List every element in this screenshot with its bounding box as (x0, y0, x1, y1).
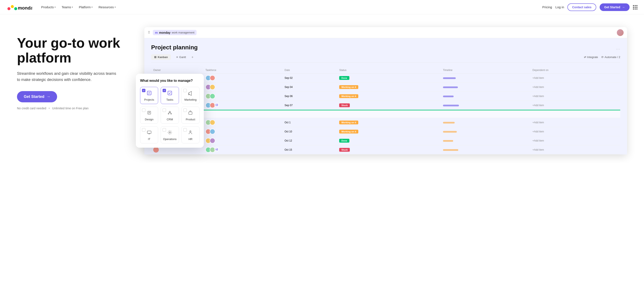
nav-platform[interactable]: Platform ▾ (77, 3, 95, 10)
it-label: IT (148, 138, 150, 141)
arrow-icon: → (46, 95, 50, 99)
more-options-icon[interactable]: ··· (616, 47, 620, 51)
hero-subtitle: Streamline workflows and gain clear visi… (17, 71, 119, 83)
chevron-down-icon: ▾ (54, 6, 56, 8)
toolbar-right: ⇄ Integrate ⟳ Automate / 2 (584, 55, 620, 59)
col-header-dependent: Dependent on (530, 67, 620, 74)
checkbox-tasks (162, 89, 166, 92)
integrate-button[interactable]: ⇄ Integrate (584, 55, 598, 59)
modal-item-hr[interactable]: HR (182, 126, 200, 143)
automate-icon: ⟳ (601, 55, 604, 59)
projects-label: Projects (144, 98, 154, 101)
grid-apps-icon[interactable] (633, 5, 637, 9)
crm-label: CRM (166, 118, 173, 121)
svg-point-0 (8, 7, 10, 10)
col-header-status: Status (337, 67, 441, 74)
navbar: monday .com Products ▾ Teams ▾ Platform … (0, 0, 644, 14)
chevron-down-icon: ▾ (72, 6, 73, 8)
nav-left: monday .com Products ▾ Teams ▾ Platform … (7, 3, 118, 11)
nav-links: Products ▾ Teams ▾ Platform ▾ Resources … (39, 3, 118, 10)
marketing-label: Marketing (184, 98, 196, 101)
svg-point-10 (188, 94, 189, 95)
svg-rect-19 (147, 131, 151, 134)
col-header-taskforce: Taskforce (203, 67, 282, 74)
checkbox-it (142, 128, 146, 132)
nav-resources[interactable]: Resources ▾ (96, 3, 118, 10)
nav-login[interactable]: Log in (556, 5, 564, 9)
projects-icon (147, 91, 152, 97)
svg-point-22 (169, 132, 170, 133)
marketing-icon (188, 91, 193, 97)
svg-point-23 (190, 131, 191, 132)
app-grid-icon: ⠿ (148, 30, 150, 34)
hr-icon (188, 130, 193, 136)
nav-right: Pricing Log in Contact sales Get Started… (542, 3, 637, 11)
app-content: Project planning ··· ⊞ Kanban ≡ Gantt + (144, 38, 627, 154)
design-icon (147, 110, 152, 117)
table-row: +2 Sep 07 Stuck +Add item (151, 101, 620, 110)
modal-item-operations[interactable]: Operations (161, 126, 179, 143)
col-header-timeline: Timeline (441, 67, 530, 74)
tab-kanban[interactable]: ⊞ Kanban (151, 54, 171, 60)
kanban-icon: ⊞ (154, 55, 156, 59)
manage-modal: What would you like to manage? Projects (136, 74, 204, 148)
app-toolbar: ⊞ Kanban ≡ Gantt + ⇄ Integrate (151, 54, 620, 63)
table-row: Oct 10 Working on it +Add item (151, 127, 620, 136)
contact-sales-button[interactable]: Contact sales (567, 3, 596, 11)
checkbox-crm (162, 109, 166, 112)
monday-app-icon: m (155, 31, 158, 34)
hero-left: Your go-to work platform Streamline work… (17, 31, 136, 110)
checkbox-product (184, 109, 187, 112)
product-icon (188, 110, 193, 117)
integrate-icon: ⇄ (584, 55, 586, 59)
app-topbar: ⠿ m monday work management (144, 27, 627, 38)
design-label: Design (145, 118, 153, 121)
modal-item-design[interactable]: Design (140, 107, 158, 124)
modal-item-it[interactable]: IT (140, 126, 158, 143)
checkbox-projects (142, 89, 146, 92)
logo[interactable]: monday .com (7, 3, 32, 11)
modal-item-product[interactable]: Product (182, 107, 200, 124)
modal-item-tasks[interactable]: Tasks (161, 87, 179, 104)
add-view-button[interactable]: + (192, 55, 193, 59)
svg-rect-18 (189, 112, 192, 114)
nav-teams[interactable]: Teams ▾ (60, 3, 75, 10)
checkbox-hr (184, 128, 187, 132)
svg-point-17 (171, 113, 172, 114)
nav-products[interactable]: Products ▾ (39, 3, 58, 10)
modal-item-marketing[interactable]: Marketing (182, 87, 200, 104)
checkbox-design (142, 109, 146, 112)
table-row: Oct 1 Working on it +Add item (151, 118, 620, 127)
arrow-icon: → (622, 5, 625, 9)
app-page-title: Project planning (151, 44, 198, 51)
nav-pricing[interactable]: Pricing (542, 5, 552, 9)
automate-button[interactable]: ⟳ Automate / 2 (601, 55, 620, 59)
project-table: Owner Taskforce Date Status Timeline Dep… (151, 67, 620, 154)
table-section-header: Group 2 (151, 110, 620, 118)
operations-label: Operations (163, 138, 176, 141)
table-row: Sep 06 Working on it +Add item (151, 92, 620, 101)
table-row: Oct 12 Done +Add item (151, 136, 620, 145)
modal-grid: Projects Tasks Marketing (140, 87, 200, 143)
hero-section: Your go-to work platform Streamline work… (0, 14, 644, 163)
svg-rect-9 (168, 91, 172, 95)
tasks-icon (167, 91, 172, 97)
hr-label: HR (188, 138, 192, 141)
tab-gantt[interactable]: ≡ Gantt (174, 54, 189, 60)
svg-point-15 (169, 111, 170, 113)
hero-right: ⠿ m monday work management Project plann… (144, 27, 627, 154)
col-header-owner: Owner (151, 67, 203, 74)
svg-point-1 (11, 5, 14, 8)
checkbox-operations (162, 128, 166, 132)
chevron-down-icon: ▾ (114, 6, 116, 8)
avatar (617, 29, 624, 36)
tasks-label: Tasks (166, 98, 173, 101)
get-started-hero-button[interactable]: Get Started → (17, 91, 57, 102)
gantt-icon: ≡ (176, 55, 178, 59)
app-logo-text: monday (159, 31, 170, 34)
get-started-nav-button[interactable]: Get Started → (600, 3, 630, 11)
modal-item-projects[interactable]: Projects (140, 87, 158, 104)
svg-point-16 (168, 113, 169, 114)
hero-title: Your go-to work platform (17, 36, 136, 65)
modal-item-crm[interactable]: CRM (161, 107, 179, 124)
